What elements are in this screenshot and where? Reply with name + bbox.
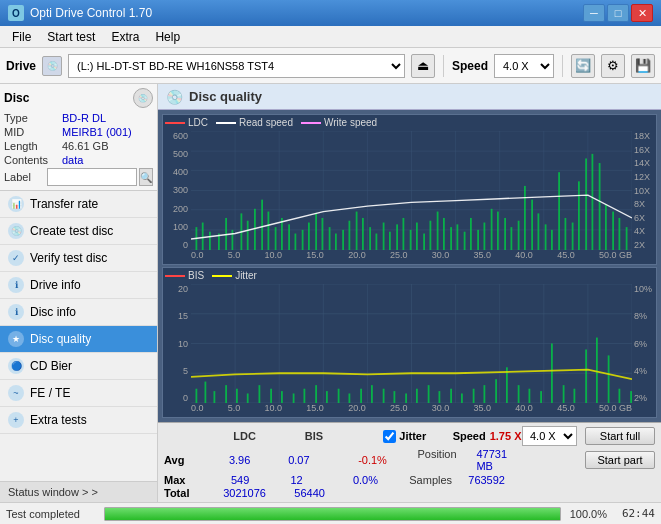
svg-rect-104 [281, 391, 283, 403]
svg-rect-116 [416, 389, 418, 403]
svg-rect-108 [326, 391, 328, 403]
svg-rect-122 [484, 385, 486, 403]
cd-bier-icon: 🔵 [8, 358, 24, 374]
svg-rect-55 [457, 224, 459, 250]
legend-read-speed: Read speed [216, 117, 293, 128]
menu-start-test[interactable]: Start test [39, 28, 103, 46]
refresh-button[interactable]: 🔄 [571, 54, 595, 78]
x-label-25: 25.0 [390, 250, 408, 264]
svg-rect-45 [389, 232, 391, 250]
y-label-400: 400 [163, 167, 190, 177]
nav-cd-bier-label: CD Bier [30, 359, 72, 373]
y-axis-left-1: 600 500 400 300 200 100 0 [163, 131, 190, 250]
sidebar-item-disc-info[interactable]: ℹ Disc info [0, 299, 157, 326]
x-axis-2: 0.0 5.0 10.0 15.0 20.0 25.0 30.0 35.0 40… [191, 403, 632, 417]
max-bis: 12 [268, 474, 324, 486]
svg-rect-121 [473, 389, 475, 403]
eject-button[interactable]: ⏏ [411, 54, 435, 78]
svg-rect-113 [383, 389, 385, 403]
x-label-5: 5.0 [228, 250, 241, 264]
svg-rect-58 [477, 230, 479, 250]
nav-disc-info-label: Disc info [30, 305, 76, 319]
content-header: 💿 Disc quality [158, 84, 661, 110]
x2-label-30: 30.0 [432, 403, 450, 417]
verify-test-icon: ✓ [8, 250, 24, 266]
chart-ldc-legend: LDC Read speed Write speed [165, 117, 377, 128]
svg-rect-102 [259, 385, 261, 403]
toolbar-separator-2 [562, 55, 563, 77]
svg-rect-80 [626, 227, 628, 250]
start-full-button[interactable]: Start full [585, 427, 655, 445]
jitter-checkbox[interactable] [383, 430, 396, 443]
menu-extra[interactable]: Extra [103, 28, 147, 46]
drive-select[interactable]: (L:) HL-DT-ST BD-RE WH16NS58 TST4 [68, 54, 405, 78]
svg-rect-134 [619, 389, 621, 403]
svg-rect-128 [551, 344, 553, 404]
svg-rect-39 [349, 221, 351, 250]
save-button[interactable]: 💾 [631, 54, 655, 78]
close-button[interactable]: ✕ [631, 4, 653, 22]
samples-row: Samples 763592 [409, 474, 505, 486]
svg-rect-98 [214, 391, 216, 403]
maximize-button[interactable]: □ [607, 4, 629, 22]
sidebar: Disc 💿 Type BD-R DL MID MEIRB1 (001) Len… [0, 84, 158, 502]
menu-help[interactable]: Help [147, 28, 188, 46]
max-jitter: 0.0% [353, 474, 409, 486]
x-label-45: 45.0 [557, 250, 575, 264]
status-text: Test completed [6, 508, 96, 520]
action-buttons: Start full [585, 427, 655, 445]
settings-button[interactable]: ⚙ [601, 54, 625, 78]
svg-rect-35 [322, 218, 324, 250]
speed-label-stat: Speed [453, 430, 486, 442]
svg-rect-32 [302, 230, 304, 250]
svg-rect-54 [450, 227, 452, 250]
status-window-button[interactable]: Status window > > [0, 481, 157, 502]
y-label-20: 20 [163, 284, 190, 294]
start-part-button[interactable]: Start part [585, 451, 655, 469]
disc-contents-value: data [62, 154, 83, 166]
position-value: 47731 MB [476, 448, 507, 472]
bottom-panel: LDC BIS Jitter Speed 1.75 X 4.0 X [158, 422, 661, 502]
svg-rect-100 [236, 389, 238, 403]
sidebar-item-create-test-disc[interactable]: 💿 Create test disc [0, 218, 157, 245]
x2-label-50-gb: 50.0 GB [599, 403, 632, 417]
y-label-16x: 16X [632, 145, 656, 155]
transfer-rate-icon: 📊 [8, 196, 24, 212]
y-label-15: 15 [163, 311, 190, 321]
x-axis-1: 0.0 5.0 10.0 15.0 20.0 25.0 30.0 35.0 40… [191, 250, 632, 264]
sidebar-item-disc-quality[interactable]: ★ Disc quality [0, 326, 157, 353]
svg-rect-48 [410, 230, 412, 250]
y-label-12x: 12X [632, 172, 656, 182]
speed-select-stat[interactable]: 4.0 X [522, 426, 577, 446]
content-title: Disc quality [189, 89, 262, 104]
svg-rect-33 [308, 223, 310, 250]
svg-rect-36 [329, 227, 331, 250]
x2-label-35: 35.0 [474, 403, 492, 417]
label-browse-button[interactable]: 🔍 [139, 168, 153, 186]
sidebar-item-fe-te[interactable]: ~ FE / TE [0, 380, 157, 407]
speed-select[interactable]: 4.0 X [494, 54, 554, 78]
svg-rect-74 [585, 158, 587, 250]
window-controls: ─ □ ✕ [583, 4, 653, 22]
x2-label-40: 40.0 [515, 403, 533, 417]
legend-read-color [216, 122, 236, 124]
title-bar: O Opti Drive Control 1.70 ─ □ ✕ [0, 0, 661, 26]
label-input[interactable] [47, 168, 137, 186]
speed-label: Speed [452, 59, 488, 73]
disc-info-icon: ℹ [8, 304, 24, 320]
sidebar-item-verify-test-disc[interactable]: ✓ Verify test disc [0, 245, 157, 272]
main-layout: Disc 💿 Type BD-R DL MID MEIRB1 (001) Len… [0, 84, 661, 502]
status-window-label: Status window > > [8, 486, 98, 498]
legend-write-label: Write speed [324, 117, 377, 128]
menu-file[interactable]: File [4, 28, 39, 46]
sidebar-item-extra-tests[interactable]: + Extra tests [0, 407, 157, 434]
svg-rect-59 [484, 223, 486, 250]
sidebar-item-cd-bier[interactable]: 🔵 CD Bier [0, 353, 157, 380]
minimize-button[interactable]: ─ [583, 4, 605, 22]
sidebar-item-drive-info[interactable]: ℹ Drive info [0, 272, 157, 299]
y-label-6x: 6X [632, 213, 656, 223]
toolbar-separator [443, 55, 444, 77]
sidebar-item-transfer-rate[interactable]: 📊 Transfer rate [0, 191, 157, 218]
nav-drive-info-label: Drive info [30, 278, 81, 292]
nav-disc-quality-label: Disc quality [30, 332, 91, 346]
